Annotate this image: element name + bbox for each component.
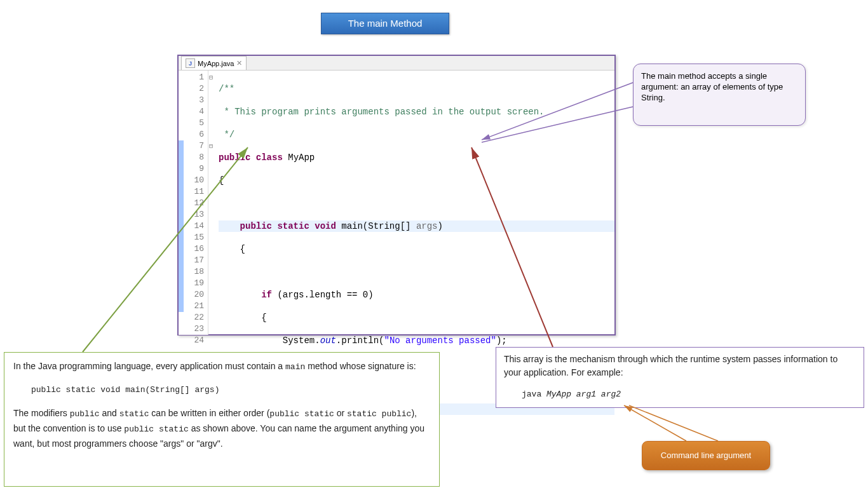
line-gutter: 1 2 3 4 5 6 7 8 9 10 11 12 13 14 15 16 1…: [179, 71, 208, 335]
tab-label: MyApp.java: [198, 60, 234, 67]
method-signature: public static void main(String[] args): [31, 383, 430, 397]
callout-string-array: The main method accepts a single argumen…: [633, 64, 806, 126]
command-example: java MyApp arg1 arg2: [522, 387, 856, 401]
title-banner: The main Method: [321, 13, 449, 34]
code-text[interactable]: /** * This program prints arguments pass…: [208, 71, 614, 335]
close-icon[interactable]: ✕: [236, 59, 242, 67]
code-editor-panel: J MyApp.java ✕ 1 2 3 4 5 6 7 8 9 10 11 1…: [177, 55, 616, 336]
tab-myapp[interactable]: J MyApp.java ✕: [181, 56, 247, 70]
svg-line-5: [629, 405, 718, 441]
info-box-runtime: This array is the mechanism through whic…: [496, 347, 864, 408]
svg-line-4: [624, 405, 686, 441]
paragraph: In the Java programming language, every …: [13, 359, 430, 374]
info-box-signature: In the Java programming language, every …: [4, 352, 440, 487]
java-file-icon: J: [186, 58, 195, 68]
callout-command-line: Command line argument: [642, 441, 770, 470]
paragraph: This array is the mechanism through whic…: [504, 353, 856, 379]
paragraph: The modifiers public and static can be w…: [13, 406, 430, 451]
tab-bar: J MyApp.java ✕: [179, 56, 614, 71]
code-area: 1 2 3 4 5 6 7 8 9 10 11 12 13 14 15 16 1…: [179, 71, 614, 335]
